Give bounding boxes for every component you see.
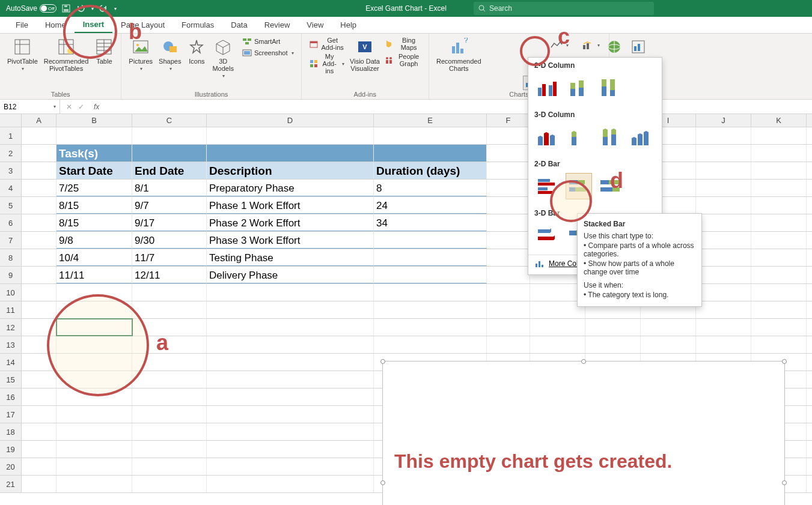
- cell[interactable]: [22, 232, 56, 249]
- cell[interactable]: [207, 423, 374, 440]
- stacked-bar-option[interactable]: [566, 173, 592, 199]
- cell[interactable]: Phase 1 Work Effort: [207, 197, 374, 214]
- select-all-corner[interactable]: [0, 114, 22, 127]
- cell[interactable]: [56, 319, 132, 336]
- cell[interactable]: [487, 162, 530, 179]
- cell[interactable]: [207, 284, 374, 301]
- cell[interactable]: [56, 284, 132, 301]
- cell[interactable]: [22, 406, 56, 423]
- row-header[interactable]: 16: [0, 389, 22, 405]
- cell[interactable]: Start Date: [56, 162, 132, 179]
- cell[interactable]: [132, 284, 207, 301]
- cell[interactable]: 11/11: [56, 267, 132, 283]
- row-header[interactable]: 11: [0, 301, 22, 318]
- cell[interactable]: [374, 145, 487, 162]
- cell[interactable]: [22, 458, 56, 475]
- row-header[interactable]: 7: [0, 232, 22, 249]
- row-header[interactable]: 4: [0, 180, 22, 196]
- cell[interactable]: Delivery Phase: [207, 267, 374, 283]
- cell[interactable]: 8: [374, 180, 487, 196]
- cell[interactable]: [132, 336, 207, 353]
- cell[interactable]: Duration (days): [374, 162, 487, 179]
- col-header[interactable]: F: [487, 114, 530, 127]
- cell[interactable]: [751, 145, 807, 162]
- row-header[interactable]: 17: [0, 406, 22, 423]
- cell[interactable]: 9/17: [132, 214, 207, 231]
- cell[interactable]: [696, 319, 751, 336]
- cell[interactable]: [207, 371, 374, 388]
- row-header[interactable]: 5: [0, 197, 22, 214]
- cell[interactable]: [374, 232, 487, 249]
- pivottable-button[interactable]: PivotTable▾: [5, 36, 40, 73]
- cell[interactable]: [374, 301, 487, 318]
- cell[interactable]: [132, 423, 207, 440]
- cell[interactable]: [22, 267, 56, 283]
- cell[interactable]: [132, 319, 207, 336]
- clustered-column-option[interactable]: [534, 74, 561, 101]
- row-header[interactable]: 15: [0, 371, 22, 388]
- cell[interactable]: [585, 319, 641, 336]
- cell[interactable]: [487, 180, 530, 196]
- enter-icon[interactable]: ✓: [78, 103, 84, 111]
- tab-help[interactable]: Help: [332, 17, 365, 33]
- cell[interactable]: 8/15: [56, 214, 132, 231]
- cell[interactable]: 9/8: [56, 232, 132, 249]
- cell[interactable]: [22, 214, 56, 231]
- people-graph-button[interactable]: People Graph: [382, 52, 424, 68]
- cell[interactable]: [22, 389, 56, 405]
- cell[interactable]: [207, 127, 374, 144]
- tab-insert[interactable]: Insert: [75, 17, 112, 33]
- cell[interactable]: [22, 441, 56, 458]
- cell[interactable]: [696, 284, 751, 301]
- cell[interactable]: [487, 267, 530, 283]
- cell[interactable]: [751, 180, 807, 196]
- redo-icon[interactable]: [99, 4, 108, 13]
- 100-stacked-column-option[interactable]: [597, 74, 623, 101]
- row-header[interactable]: 18: [0, 423, 22, 440]
- cell[interactable]: [22, 127, 56, 144]
- row-header[interactable]: 14: [0, 354, 22, 370]
- cell[interactable]: [641, 336, 696, 353]
- cell[interactable]: [22, 336, 56, 353]
- cell[interactable]: Testing Phase: [207, 249, 374, 266]
- cell[interactable]: Description: [207, 162, 374, 179]
- tab-file[interactable]: File: [7, 17, 37, 33]
- cell[interactable]: [751, 284, 807, 301]
- cell[interactable]: [696, 197, 751, 214]
- cell[interactable]: [487, 214, 530, 231]
- row-header[interactable]: 20: [0, 458, 22, 475]
- cell[interactable]: [487, 319, 530, 336]
- cell[interactable]: [56, 336, 132, 353]
- cell[interactable]: [374, 284, 487, 301]
- pivotchart-button[interactable]: [626, 36, 650, 58]
- cell[interactable]: [751, 197, 807, 214]
- cell[interactable]: End Date: [132, 162, 207, 179]
- cell[interactable]: [207, 301, 374, 318]
- cell[interactable]: [22, 423, 56, 440]
- cell[interactable]: [207, 458, 374, 475]
- get-addins-button[interactable]: Get Add-ins: [307, 36, 347, 52]
- cell[interactable]: [22, 162, 56, 179]
- cell[interactable]: [207, 145, 374, 162]
- cell[interactable]: 24: [374, 197, 487, 214]
- cell[interactable]: [751, 214, 807, 231]
- cell[interactable]: [696, 267, 751, 283]
- cell[interactable]: [22, 301, 56, 318]
- cell[interactable]: [207, 336, 374, 353]
- clustered-bar-option[interactable]: [534, 173, 561, 199]
- autosave-toggle[interactable]: AutoSave Off: [6, 4, 56, 13]
- table-button[interactable]: Table: [92, 36, 116, 66]
- cell[interactable]: [696, 301, 751, 318]
- cell[interactable]: [207, 389, 374, 405]
- icons-button[interactable]: Icons: [185, 36, 209, 66]
- cell[interactable]: [56, 476, 132, 492]
- empty-chart-object[interactable]: [382, 361, 785, 505]
- cell[interactable]: [22, 197, 56, 214]
- cell[interactable]: [56, 441, 132, 458]
- cell[interactable]: 9/30: [132, 232, 207, 249]
- cell[interactable]: [56, 127, 132, 144]
- cell[interactable]: [696, 214, 751, 231]
- shapes-button[interactable]: Shapes▾: [156, 36, 183, 73]
- 100-stacked-bar-option[interactable]: [597, 173, 623, 199]
- undo-icon[interactable]: [76, 4, 85, 13]
